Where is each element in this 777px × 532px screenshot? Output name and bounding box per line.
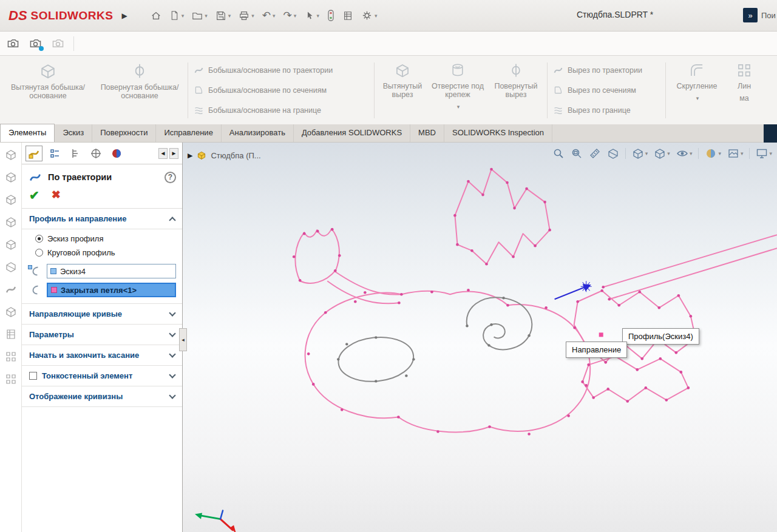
swept-boss-button[interactable]: Бобышка/основание по траектории (194, 65, 368, 75)
section-curvature-display[interactable]: Отображение кривизны (22, 386, 182, 407)
scroll-left-icon[interactable]: ◄ (158, 148, 168, 159)
dropdown-caret-icon[interactable]: ▾ (457, 103, 460, 111)
tulip-outline[interactable] (295, 229, 339, 283)
save-button[interactable]: ▾ (215, 10, 231, 21)
new-document-button[interactable]: ▾ (169, 10, 185, 21)
breadcrumb[interactable]: ▶ Стюдбпа (П... (188, 150, 261, 160)
select-button[interactable]: ▾ (304, 10, 319, 21)
inner-ellipse[interactable] (336, 334, 416, 385)
section-thin-feature[interactable]: Тонкостенный элемент (22, 366, 182, 386)
boundary-boss-button[interactable]: Бобышка/основание на границе (194, 106, 368, 116)
inner-swirl[interactable] (467, 297, 532, 349)
feature-icon[interactable] (5, 283, 17, 295)
feature-icon[interactable] (5, 194, 17, 206)
tab-mbd[interactable]: MBD (410, 124, 444, 142)
tab-surfaces[interactable]: Поверхности (92, 124, 156, 142)
view-settings-button[interactable]: ▾ (756, 147, 772, 160)
appearance-button[interactable]: ▾ (705, 147, 721, 160)
extruded-boss-button[interactable]: Вытянутая бобышка/основание (2, 58, 93, 123)
path-input[interactable]: Закрытая петля<1> (47, 283, 176, 297)
path-line-bottom[interactable] (609, 248, 777, 299)
feature-icon[interactable] (5, 261, 17, 273)
feature-icon[interactable] (5, 238, 17, 251)
search-box[interactable]: » Пои (743, 6, 777, 24)
revolved-cut-button[interactable]: Повернутый вырез (487, 58, 545, 123)
hole-wizard-button[interactable]: Отверстие под крепеж ▾ (429, 58, 487, 123)
panel-collapse-handle[interactable]: ◂ (179, 328, 187, 351)
extruded-cut-button[interactable]: Вытянутый вырез (376, 58, 429, 123)
measure-icon[interactable] (589, 147, 601, 160)
boundary-cut-button[interactable]: Вырез по границе (553, 106, 660, 116)
dropdown-caret-icon[interactable]: ▾ (696, 94, 699, 103)
tab-sketch[interactable]: Эскиз (55, 124, 92, 142)
tab-addins[interactable]: Добавления SOLIDWORKS (294, 124, 410, 142)
swept-cut-button[interactable]: Вырез по траектории (553, 65, 660, 75)
search-input[interactable]: Пои (761, 11, 776, 20)
options-report-button[interactable] (342, 10, 353, 21)
zoom-fit-icon[interactable] (552, 147, 565, 160)
tab-features[interactable]: Элементы (0, 124, 55, 142)
section-guide-curves[interactable]: Направляющие кривые (22, 304, 182, 325)
rebuild-button[interactable] (327, 10, 334, 21)
print-button[interactable]: ▾ (239, 10, 254, 21)
configuration-manager-tab[interactable] (67, 146, 84, 161)
feature-icon[interactable] (5, 328, 17, 340)
menu-flyout-icon[interactable]: ▶ (121, 12, 127, 20)
undo-button[interactable]: ↶▾ (262, 9, 276, 22)
revolved-boss-button[interactable]: Повернутая бобышка/основание (93, 58, 186, 123)
settings-button[interactable]: ▾ (361, 10, 378, 21)
zoom-area-icon[interactable] (571, 147, 583, 160)
ok-button[interactable]: ✔ (29, 188, 39, 203)
section-view-icon[interactable] (607, 147, 619, 160)
feature-icon[interactable] (5, 171, 17, 183)
letters-upper-outline[interactable] (455, 169, 549, 264)
cancel-button[interactable]: ✖ (52, 188, 61, 203)
appearances-tab[interactable] (108, 146, 125, 161)
dimxpert-tab[interactable] (87, 146, 104, 161)
tab-evaluate[interactable]: Анализировать (222, 124, 294, 142)
section-tangency[interactable]: Начать и закончить касание (22, 345, 182, 366)
radio-sketch-profile[interactable]: Эскиз профиля (27, 232, 177, 246)
view-orientation-button[interactable]: ▾ (632, 147, 648, 160)
help-icon[interactable]: ? (165, 172, 176, 183)
property-manager-tab[interactable] (25, 146, 42, 161)
screenshot-button[interactable] (6, 36, 20, 50)
inner-sketch-geometry[interactable] (336, 297, 532, 385)
section-profile-direction[interactable]: Профиль и направление (22, 209, 182, 229)
profile-input[interactable]: Эскиз4 (47, 264, 176, 278)
selected-vertex-marker[interactable] (599, 332, 603, 337)
radio-circular-profile[interactable]: Круговой профиль (27, 246, 177, 260)
lofted-boss-button[interactable]: Бобышка/основание по сечениям (194, 85, 368, 95)
scroll-right-icon[interactable]: ► (169, 148, 178, 159)
scene-button[interactable]: ▾ (727, 147, 744, 160)
feature-icon[interactable] (5, 351, 17, 363)
fillet-button[interactable]: Скругление ▾ (668, 58, 726, 123)
flyout-tree-icon[interactable]: ▶ (188, 152, 192, 160)
sweep-path-geometry[interactable] (295, 169, 777, 432)
direction-arrow[interactable] (555, 281, 592, 299)
home-button[interactable] (151, 10, 161, 21)
open-button[interactable]: ▾ (192, 10, 208, 21)
thin-feature-checkbox[interactable] (29, 372, 37, 380)
feature-icon[interactable] (5, 216, 17, 228)
tab-repair[interactable]: Исправление (156, 124, 221, 142)
feature-manager-tab[interactable] (46, 146, 63, 161)
linear-pattern-button[interactable]: Лин ма (726, 58, 762, 123)
body-outline[interactable] (305, 291, 591, 432)
display-style-button[interactable]: ▾ (654, 147, 670, 160)
feature-icon[interactable] (5, 373, 17, 385)
section-parameters[interactable]: Параметры (22, 325, 182, 345)
feature-icon[interactable] (5, 306, 17, 318)
path-line-top[interactable] (603, 235, 777, 287)
feature-icon[interactable] (5, 149, 17, 161)
tab-inspection[interactable]: SOLIDWORKS Inspection (444, 124, 552, 142)
redo-button[interactable]: ↷▾ (283, 9, 297, 22)
stem-line-top[interactable] (334, 271, 401, 294)
tab-overflow-button[interactable] (764, 124, 777, 143)
letters-lower-outline[interactable] (583, 356, 688, 401)
hide-show-button[interactable]: ▾ (676, 147, 693, 160)
record-video-button[interactable] (29, 36, 42, 50)
lofted-cut-button[interactable]: Вырез по сечениям (553, 85, 660, 95)
search-flag-icon[interactable]: » (743, 8, 758, 22)
graphics-viewport[interactable]: ▶ Стюдбпа (П... ▾ ▾ ▾ ▾ ▾ ▾ (183, 143, 777, 532)
